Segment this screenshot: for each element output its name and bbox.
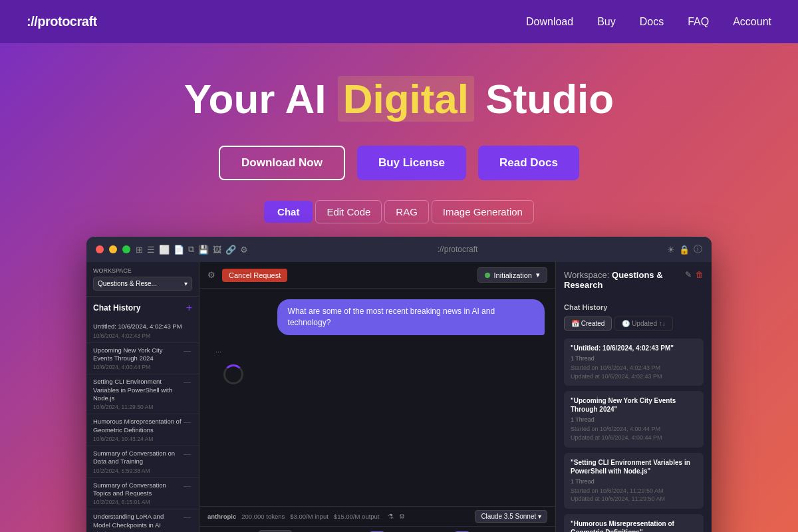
window-toolbar-left: ⊞ ☰ ⬜ 📄 ⧉ 💾 🖼 🔗 ⚙: [136, 244, 248, 255]
init-status-dot: [485, 273, 490, 278]
workspace-label: Workspace: [93, 267, 192, 274]
chevron-down-icon: ▾: [184, 280, 188, 287]
list-item[interactable]: Understanding LoRA and Model Checkpoints…: [86, 509, 199, 532]
model-provider: anthropic: [207, 513, 236, 520]
logo: ://protocraft: [27, 14, 97, 29]
tab-edit-code[interactable]: Edit Code: [315, 200, 382, 223]
nav-account[interactable]: Account: [733, 16, 771, 28]
sidebar-history-list: Untitled: 10/6/2024, 4:02:43 PM 10/6/202…: [86, 317, 199, 532]
tab-image-generation[interactable]: Image Generation: [432, 200, 534, 223]
sidebar-history-header: Chat History +: [86, 297, 199, 317]
cancel-request-button[interactable]: Cancel Request: [222, 269, 287, 282]
chat-messages: What are some of the most recent breakin…: [200, 289, 555, 506]
settings-icon: ⚙: [240, 245, 248, 255]
buy-license-button[interactable]: Buy License: [357, 146, 466, 180]
minimize-dot[interactable]: [109, 245, 117, 253]
sidebar-workspace: Workspace Questions & Rese... ▾: [86, 262, 199, 297]
sidebar: Workspace Questions & Rese... ▾ Chat His…: [86, 262, 200, 532]
model-cost-input: $3.00/M input: [290, 513, 329, 520]
chevron-down-icon: ▾: [536, 271, 540, 279]
model-info-bar: anthropic 200,000 tokens $3.00/M input $…: [200, 507, 555, 527]
download-now-button[interactable]: Download Now: [219, 146, 345, 180]
nav-buy[interactable]: Buy: [597, 16, 616, 28]
filter-icon: ⚗: [388, 513, 394, 520]
list-item[interactable]: Upcoming New York City Events Through 20…: [86, 343, 199, 375]
loading-spinner: [223, 364, 243, 384]
panel-section-title: Chat History: [564, 303, 704, 311]
doc-icon: 📄: [174, 245, 184, 255]
sidebar-history-title: Chat History: [93, 303, 140, 313]
list-item[interactable]: Setting CLI Environment Variables in Pow…: [86, 374, 199, 414]
initialization-select[interactable]: Initialization ▾: [477, 267, 547, 283]
nav-download[interactable]: Download: [526, 16, 573, 28]
chevron-down-icon: ▾: [538, 513, 541, 520]
header: ://protocraft Download Buy Docs FAQ Acco…: [0, 0, 798, 43]
gear-icon[interactable]: ⚙: [399, 513, 405, 520]
delete-icon[interactable]: 🗑: [696, 270, 704, 279]
collapse-icon: —: [182, 418, 192, 426]
nav-faq[interactable]: FAQ: [688, 16, 709, 28]
history-tabs: 📅 Created 🕐 Updated ↑↓: [564, 317, 704, 331]
edit-icon[interactable]: ✎: [685, 270, 692, 279]
typing-indicator: ...: [210, 343, 227, 356]
history-entry[interactable]: "Humorous Misrepresentation of Geometric…: [564, 514, 704, 532]
nav-docs[interactable]: Docs: [640, 16, 664, 28]
tab-updated[interactable]: 🕐 Updated ↑↓: [614, 317, 672, 331]
collapse-icon: —: [182, 450, 192, 458]
clock-icon: 🕐: [622, 320, 632, 327]
tab-chat[interactable]: Chat: [264, 201, 313, 223]
model-tokens: 200,000 tokens: [241, 513, 285, 520]
hero-title: Your AI Digital Studio: [184, 76, 614, 122]
feature-tabs: Chat Edit Code RAG Image Generation: [264, 200, 534, 223]
app-body: Workspace Questions & Rese... ▾ Chat His…: [86, 262, 712, 532]
link-icon: 🔗: [225, 245, 236, 255]
collapse-icon: —: [182, 346, 192, 354]
history-entry[interactable]: "Setting CLI Environment Variables in Po…: [564, 453, 704, 509]
nav: Download Buy Docs FAQ Account: [526, 16, 771, 28]
sun-icon: ☀: [667, 245, 675, 255]
chat-footer: anthropic 200,000 tokens $3.00/M input $…: [200, 506, 555, 532]
settings-gear-icon[interactable]: ⚙: [207, 270, 215, 280]
tab-rag[interactable]: RAG: [384, 200, 429, 223]
image-icon: 🖼: [213, 245, 221, 255]
hero-section: Your AI Digital Studio Download Now Buy …: [0, 43, 798, 532]
lock-icon: 🔒: [679, 245, 690, 255]
history-entry[interactable]: "Upcoming New York City Events Through 2…: [564, 391, 704, 447]
collapse-icon: —: [182, 378, 192, 386]
window-toolbar-right: ☀ 🔒 ⓘ: [667, 243, 702, 255]
add-history-icon[interactable]: +: [186, 302, 192, 314]
workspace-title: Workspace: Questions &Research: [564, 270, 663, 290]
user-message: What are some of the most recent breakin…: [277, 299, 545, 335]
info-icon: ⓘ: [694, 243, 702, 255]
copy-icon: ⧉: [188, 244, 194, 255]
layout-icon: ⬜: [159, 245, 170, 255]
panel-header: Workspace: Questions &Research ✎ 🗑: [564, 270, 704, 295]
chat-toolbar: ⚙ Cancel Request Initialization ▾: [200, 262, 555, 289]
save-icon: 💾: [198, 245, 209, 255]
read-docs-button[interactable]: Read Docs: [478, 146, 579, 180]
model-cost-output: $15.00/M output: [334, 513, 380, 520]
tab-created[interactable]: 📅 Created: [564, 317, 612, 331]
model-select[interactable]: Claude 3.5 Sonnet ▾: [475, 510, 547, 523]
close-dot[interactable]: [96, 245, 104, 253]
history-entry[interactable]: "Untitled: 10/6/2024, 4:02:43 PM" 1 Thre…: [564, 338, 704, 386]
window-bar: ⊞ ☰ ⬜ 📄 ⧉ 💾 🖼 🔗 ⚙ ://protocraft ☀ 🔒 ⓘ: [86, 237, 712, 262]
collapse-icon: —: [182, 513, 192, 521]
list-item[interactable]: Humorous Misrepresentation of Geometric …: [86, 414, 199, 446]
list-item[interactable]: Summary of Conversation on Data and Trai…: [86, 446, 199, 478]
list-item[interactable]: Untitled: 10/6/2024, 4:02:43 PM 10/6/202…: [86, 319, 199, 342]
main-chat: ⚙ Cancel Request Initialization ▾ What a…: [200, 262, 555, 532]
app-window: ⊞ ☰ ⬜ 📄 ⧉ 💾 🖼 🔗 ⚙ ://protocraft ☀ 🔒 ⓘ: [86, 237, 712, 532]
panel-action-icons: ✎ 🗑: [685, 270, 704, 279]
right-panel: Workspace: Questions &Research ✎ 🗑 Chat …: [555, 262, 712, 532]
hero-buttons: Download Now Buy License Read Docs: [219, 146, 579, 180]
list-icon: ☰: [147, 245, 155, 255]
maximize-dot[interactable]: [122, 245, 130, 253]
grid-icon: ⊞: [136, 245, 143, 255]
calendar-icon: 📅: [571, 320, 581, 327]
list-item[interactable]: Summary of Conversation Topics and Reque…: [86, 478, 199, 510]
workspace-select[interactable]: Questions & Rese... ▾: [93, 277, 192, 291]
chat-options-bar: 📋 Template None ▾ ⚡ Initialize ⚙ 🔧 Tools…: [200, 527, 555, 532]
window-title: ://protocraft: [253, 245, 662, 254]
collapse-icon: —: [182, 481, 192, 489]
